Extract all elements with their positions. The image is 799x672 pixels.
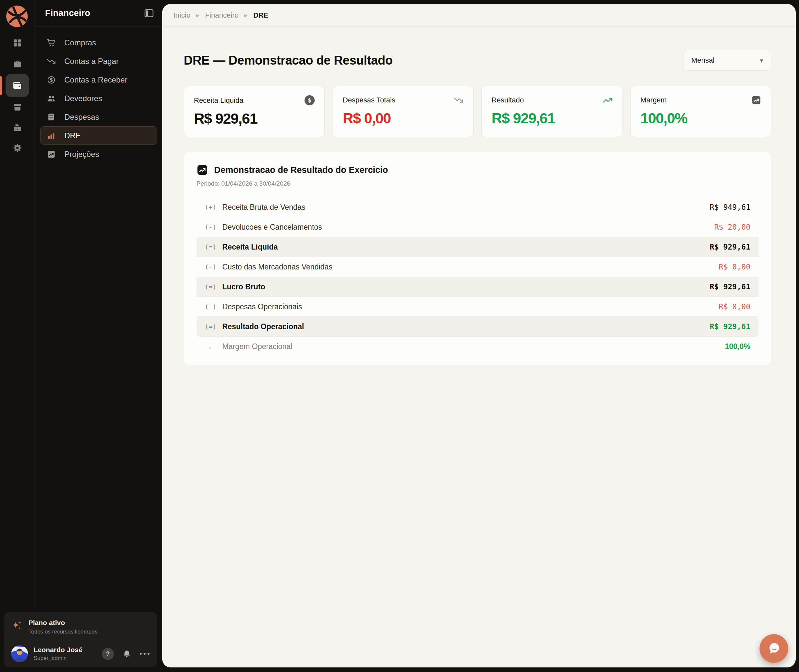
sidebar-item-contas-a-pagar[interactable]: Contas a Pagar: [40, 52, 157, 70]
dashboard-grid-icon: [13, 38, 22, 48]
brand-logo[interactable]: [6, 6, 28, 27]
sidebar-item-devedores[interactable]: Devedores: [40, 89, 157, 108]
sidebar-item-label: Devedores: [64, 94, 102, 103]
app-root: Financeiro Compras: [0, 0, 799, 672]
chart-badge-icon: [751, 95, 761, 105]
panel-toggle-icon[interactable]: [144, 8, 154, 19]
main-panel: Início ▶ Financeiro ▶ DRE DRE — Demonstr…: [162, 4, 796, 667]
statement-row: (=) Resultado Operacional R$ 929,61: [196, 317, 759, 337]
row-label: Devolucoes e Cancelamentos: [222, 223, 322, 232]
sidebar-title: Financeiro: [45, 8, 90, 18]
breadcrumb-dre: DRE: [253, 11, 268, 19]
statement-row: (=) Lucro Bruto R$ 929,61: [196, 277, 759, 297]
stat-value: 100,0%: [640, 110, 761, 127]
statement-row: → Margem Operacional 100,0%: [196, 337, 759, 357]
row-prefix: (-): [205, 303, 222, 310]
breadcrumb-inicio[interactable]: Início: [173, 11, 191, 19]
cart-icon: [47, 38, 56, 47]
row-prefix: (=): [205, 283, 222, 291]
stat-label: Resultado: [491, 96, 524, 104]
row-value: R$ 949,61: [709, 203, 750, 211]
bell-icon[interactable]: [122, 650, 131, 658]
row-prefix: (-): [205, 223, 222, 231]
breadcrumb-financeiro[interactable]: Financeiro: [205, 11, 239, 19]
rail-settings-button[interactable]: [10, 141, 24, 155]
stat-card-resultado: Resultado R$ 929,61: [481, 86, 623, 137]
plan-texts: Plano ativo Todos os recursos liberados: [28, 619, 98, 635]
sidebar-item-label: Compras: [64, 38, 96, 47]
row-value: 100,0%: [725, 342, 750, 351]
stat-value: R$ 0,00: [343, 110, 464, 127]
brand-logo-icon: [6, 6, 28, 27]
icon-rail: [0, 0, 35, 672]
briefcase-icon: [13, 59, 22, 69]
statement-row: (-) Custo das Mercadorias Vendidas R$ 0,…: [196, 257, 759, 277]
row-value: R$ 929,61: [709, 322, 750, 331]
row-prefix: (+): [205, 203, 222, 211]
chat-fab-button[interactable]: [759, 634, 788, 663]
sidebar-item-label: Projeções: [64, 150, 99, 159]
help-icon[interactable]: ?: [102, 648, 114, 660]
row-label: Custo das Mercadorias Vendidas: [222, 262, 332, 271]
row-prefix: (=): [205, 243, 222, 251]
row-value: R$ 929,61: [709, 283, 750, 291]
dollar-badge-icon: $: [305, 95, 314, 106]
statement-row: (=) Receita Liquida R$ 929,61: [196, 237, 759, 257]
stat-label: Receita Liquida: [194, 96, 244, 105]
stat-value: R$ 929,61: [491, 110, 612, 127]
stat-value: R$ 929,61: [194, 110, 314, 127]
stat-label: Margem: [640, 96, 667, 104]
sidebar: Financeiro Compras: [35, 0, 162, 672]
more-options-icon[interactable]: [140, 650, 149, 657]
period-select-value: Mensal: [691, 56, 714, 65]
sidebar-item-contas-a-receber[interactable]: Contas a Receber: [40, 70, 157, 89]
settings-gear-icon: [13, 143, 22, 153]
row-value: R$ 20,00: [714, 223, 750, 231]
chevron-right-icon: ▶: [244, 13, 248, 18]
chevron-right-icon: ▶: [196, 13, 200, 18]
sidebar-item-dre[interactable]: DRE: [40, 126, 157, 145]
row-label: Receita Liquida: [222, 243, 278, 251]
statement-title: Demonstracao de Resultado do Exercicio: [214, 165, 388, 175]
row-label: Lucro Bruto: [222, 283, 265, 291]
page-content: DRE — Demonstracao de Resultado Mensal ▾…: [162, 50, 796, 365]
chart-square-icon: [47, 150, 56, 159]
trending-up-icon: [603, 95, 612, 105]
wallet-icon: [12, 80, 22, 91]
sidebar-item-despesas[interactable]: Despesas: [40, 108, 157, 126]
statement-row: (+) Receita Bruta de Vendas R$ 949,61: [196, 197, 759, 217]
rail-dashboard-button[interactable]: [10, 35, 24, 50]
sidebar-item-label: Despesas: [64, 112, 99, 122]
receipt-icon: [47, 112, 56, 122]
stat-card-margem: Margem 100,0%: [630, 86, 771, 137]
user-texts: Leonardo José Super_admin: [34, 646, 82, 662]
plan-user-card: Plano ativo Todos os recursos liberados: [4, 612, 157, 667]
period-select[interactable]: Mensal ▾: [683, 50, 771, 71]
user-row: Leonardo José Super_admin ?: [4, 641, 157, 666]
row-value: R$ 0,00: [719, 302, 750, 311]
cash-register-icon: [13, 123, 22, 133]
sidebar-item-projecoes[interactable]: Projeções: [40, 145, 157, 163]
rail-wallet-button[interactable]: [6, 74, 29, 97]
stat-card-receita-liquida: Receita Liquida $ R$ 929,61: [184, 86, 325, 137]
sparkles-icon: [11, 620, 23, 632]
page-title: DRE — Demonstracao de Resultado: [184, 53, 393, 67]
rail-briefcase-button[interactable]: [10, 57, 24, 71]
title-row: DRE — Demonstracao de Resultado Mensal ▾: [184, 50, 771, 71]
user-role: Super_admin: [34, 655, 82, 662]
rail-store-button[interactable]: [10, 100, 24, 114]
chevron-down-icon: ▾: [760, 57, 763, 64]
statement-card: Demonstracao de Resultado do Exercicio P…: [184, 152, 771, 365]
avatar[interactable]: [11, 645, 28, 662]
row-value: R$ 929,61: [709, 243, 750, 251]
rail-active-indicator: [0, 76, 2, 95]
statement-header: Demonstracao de Resultado do Exercicio: [196, 164, 759, 176]
storefront-icon: [13, 102, 22, 112]
rail-register-button[interactable]: [10, 120, 24, 135]
sidebar-item-compras[interactable]: Compras: [40, 33, 157, 52]
row-prefix: (-): [205, 263, 222, 271]
statement-rows: (+) Receita Bruta de Vendas R$ 949,61 (-…: [196, 197, 759, 357]
statement-row: (-) Devolucoes e Cancelamentos R$ 20,00: [196, 217, 759, 237]
user-name: Leonardo José: [34, 646, 82, 654]
plan-section: Plano ativo Todos os recursos liberados: [4, 612, 157, 641]
